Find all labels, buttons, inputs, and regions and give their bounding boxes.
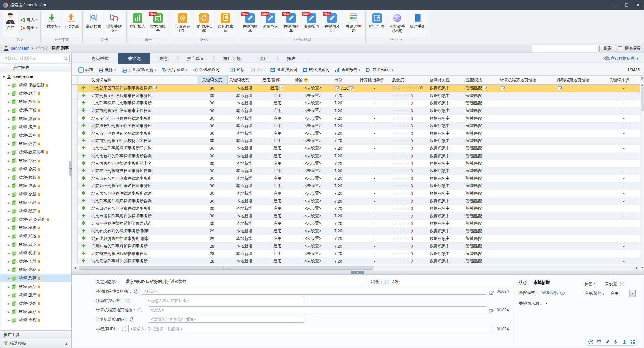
toolbar-button-查看搜索词[interactable]: 查看搜索词 xyxy=(268,66,299,74)
pc-suffix-help-icon[interactable]: ? xyxy=(130,317,134,322)
edit-pencil-icon[interactable] xyxy=(335,86,340,90)
mobile-landing-input[interactable] xyxy=(142,288,486,295)
sidebar-item-律师-刑事[interactable]: ▶ 律师-刑事 xyxy=(0,274,71,282)
add-keyword-icon[interactable] xyxy=(82,93,86,97)
sidebar-item-律师-财产[interactable]: ▶ 律师-财产 xyxy=(0,89,71,98)
sidebar-item-律师-债务[interactable]: ▶ 律师-债务 xyxy=(0,299,71,308)
edit-pencil-icon[interactable] xyxy=(152,85,157,90)
mobile-suffix-help-icon[interactable]: ? xyxy=(126,299,130,303)
add-keyword-icon[interactable] xyxy=(82,138,86,142)
column-header[interactable]: 计算机指导价 xyxy=(358,76,391,85)
tree-expand-icon[interactable]: ▶ xyxy=(8,235,11,238)
price-input[interactable] xyxy=(390,278,513,285)
column-header[interactable]: 质量度 xyxy=(391,76,428,85)
sidebar-item-律师-拆迁[interactable]: ▶ 律师-拆迁 xyxy=(0,98,71,106)
sidebar-item-律师-盗窃[interactable]: ▶ 律师-盗窃 xyxy=(0,115,71,123)
tree-expand-icon[interactable]: ▶ xyxy=(8,176,11,179)
ime-chinese-mode-icon[interactable]: 中 xyxy=(596,339,602,344)
exact-search-checkbox[interactable] xyxy=(618,46,622,50)
ribbon-button-流量查询[interactable]: NEW流量查询 xyxy=(261,11,280,37)
tree-expand-icon[interactable]: ▶ xyxy=(8,126,11,129)
add-keyword-icon[interactable] xyxy=(82,176,86,180)
tree-expand-icon[interactable]: ▶ xyxy=(8,184,11,188)
ime-mic-icon[interactable] xyxy=(613,339,618,344)
ribbon-button-搜索词报告[interactable]: NEW搜索词报告 xyxy=(148,11,168,37)
tab-项目[interactable]: 项目 xyxy=(250,53,278,64)
vertical-scroll-thumb[interactable] xyxy=(641,87,644,111)
ribbon-button-推广报告[interactable]: 推广报告 xyxy=(128,11,147,37)
add-keyword-icon[interactable] xyxy=(82,251,86,255)
tree-expand-icon[interactable]: ▶ xyxy=(8,193,11,196)
add-keyword-icon[interactable] xyxy=(82,154,86,158)
sidebar-item-律师-故意伤害[interactable]: ▶ 律师-故意伤害 xyxy=(0,148,71,157)
onoff-dropdown[interactable]: 启用 ▼ xyxy=(608,290,636,297)
tab-关键词[interactable]: 关键词 xyxy=(118,53,150,64)
keyword-row[interactable]: 北京市刑事案件有名的律师事务所 30 本地新增 启用 <未设置> 7.20 - … xyxy=(72,130,640,137)
add-keyword-icon[interactable] xyxy=(82,108,86,112)
tree-expand-icon[interactable]: ▶ xyxy=(8,268,11,272)
sidebar-item-律师-工程[interactable]: ▶ 律师-工程 xyxy=(0,131,71,140)
keyword-row[interactable]: 北京市有名的刑事案件律师事务所 30 本地新增 启用 <未设置> 7.20 - … xyxy=(72,175,640,182)
sidebar-item-律师-金融[interactable]: ▶ 律师-金融 xyxy=(0,199,71,207)
sidebar-item-律师-行政[interactable]: ▶ 律师-行政 xyxy=(0,157,71,165)
ribbon-button-下载更新[interactable]: 下载更新▾ xyxy=(42,11,61,37)
keyword-row[interactable]: 北京市擅长刑事案件的律师事务所 30 本地新增 启用 <未设置> 7.20 - … xyxy=(72,212,640,220)
global-search-input[interactable] xyxy=(532,45,597,52)
export-button[interactable]: 导出▾ xyxy=(20,25,38,31)
ribbon-button-智能助手(反馈)[interactable]: 智能助手(反馈) xyxy=(387,11,408,37)
edit-pencil-icon[interactable] xyxy=(483,85,488,90)
ribbon-button-关键词推荐[interactable]: NEW关键词推荐 xyxy=(240,11,260,37)
keyword-row[interactable]: 北京朝阳区口碑好的刑事诉讼律师 30 本地新增 启用 <未设置> 7.20 - … xyxy=(72,85,640,92)
tree-expand-icon[interactable]: ▶ xyxy=(8,226,11,230)
toolbar-button-文字替换[interactable]: 文字替换▾ xyxy=(159,66,190,74)
sidebar-item-律师-产权[interactable]: ▶ 律师-产权 xyxy=(0,106,71,115)
ribbon-button-转化搜索词[interactable]: 转化搜索词 xyxy=(215,11,236,37)
keyword-row[interactable]: 北京口碑有名刑事案件律师事务所 30 本地新增 启用 <未设置> 7.20 - … xyxy=(72,205,640,212)
tree-expand-icon[interactable]: ▼ xyxy=(2,75,6,79)
panel-splitter[interactable]: ▼ xyxy=(72,270,644,275)
tree-expand-icon[interactable]: ▶ xyxy=(8,134,11,137)
ribbon-button-推广管理[interactable]: 推广管理 xyxy=(367,11,386,37)
toolbar-button-添加[interactable]: 添加 xyxy=(76,66,95,74)
scroll-right-icon[interactable]: ▶ xyxy=(634,266,640,269)
tab-创意[interactable]: 创意 xyxy=(150,53,178,64)
add-keyword-icon[interactable] xyxy=(82,146,86,150)
column-header[interactable]: 标签? xyxy=(293,76,333,85)
match-mode-value[interactable]: 智能匹配 xyxy=(542,290,558,296)
tab-账户[interactable]: 账户 xyxy=(278,53,305,64)
tab-推广单元[interactable]: 推广单元 xyxy=(178,53,214,64)
column-header[interactable]: 关键词状态 xyxy=(228,76,261,85)
toolbar-button-查看报告[interactable]: 查看报告▾ xyxy=(332,66,363,74)
keyword-row[interactable]: 北京处理刑事案件著名律师事务所 30 本地新增 启用 <未设置> 7.20 - … xyxy=(72,182,640,190)
mini-program-url-input[interactable] xyxy=(128,325,492,332)
tree-expand-icon[interactable]: ▶ xyxy=(8,260,11,263)
sidebar-item-律师-经济[interactable]: ▶ 律师-经济 xyxy=(0,207,71,215)
sidebar-search-input[interactable] xyxy=(4,56,64,61)
keyword-row[interactable]: 北京只做刑事辩护的律师事务所 28 本地新增 启用 <未设置> 7.20 - ☆… xyxy=(72,257,640,265)
close-button[interactable] xyxy=(632,0,644,10)
tree-expand-icon[interactable]: ▶ xyxy=(8,159,11,163)
keyword-row[interactable]: 北京擅长打刑事案件的律师事务所 30 本地新增 启用 <未设置> 7.20 - … xyxy=(72,122,640,129)
ribbon-button-关键词拼装[interactable]: 关键词拼装 xyxy=(343,11,364,37)
keyword-row[interactable]: 北京刑事案件律师刑事律师事务所 30 本地新增 启用 <未设置> 7.20 - … xyxy=(72,92,640,99)
pc-landing-edit-icon[interactable] xyxy=(489,307,494,315)
column-header[interactable]: 关键词来源 xyxy=(608,76,640,85)
sidebar-item-律师-专利[interactable]: ▶ 律师-专利 xyxy=(0,316,71,324)
horizontal-scroll-thumb[interactable]: ❘❘❘ xyxy=(79,266,374,270)
filter-template-bar[interactable]: 筛选模板 ▲ xyxy=(0,339,71,348)
tree-expand-icon[interactable]: ▶ xyxy=(8,142,11,146)
toolbar-button-删除[interactable]: 删除▾ xyxy=(96,66,118,74)
column-header[interactable]: 出价 xyxy=(333,76,358,85)
ribbon-button-关键词分组[interactable]: NEW关键词分组 xyxy=(321,11,342,37)
keyword-row[interactable]: 广州知名的刑事辩护律师事务所 28 本地新增 启用 <未设置> 7.20 - ☆… xyxy=(72,243,640,250)
add-keyword-icon[interactable] xyxy=(82,86,86,90)
keyword-row[interactable]: 北京专门打刑事案件的律师事务所 30 本地新增 启用 <未设置> 7.20 - … xyxy=(72,115,640,122)
tree-expand-icon[interactable]: ▶ xyxy=(8,310,11,314)
add-keyword-icon[interactable] xyxy=(82,206,86,210)
edit-pencil-icon[interactable] xyxy=(349,86,354,90)
sidebar-item-律师-土地[interactable]: ▶ 律师-土地 xyxy=(0,257,71,266)
toolbar-button-还原[interactable]: 还原 xyxy=(228,66,247,74)
add-keyword-icon[interactable] xyxy=(82,123,86,127)
column-header[interactable]: 启用/暂停 xyxy=(261,76,293,85)
ime-pen-icon[interactable] xyxy=(605,339,610,344)
